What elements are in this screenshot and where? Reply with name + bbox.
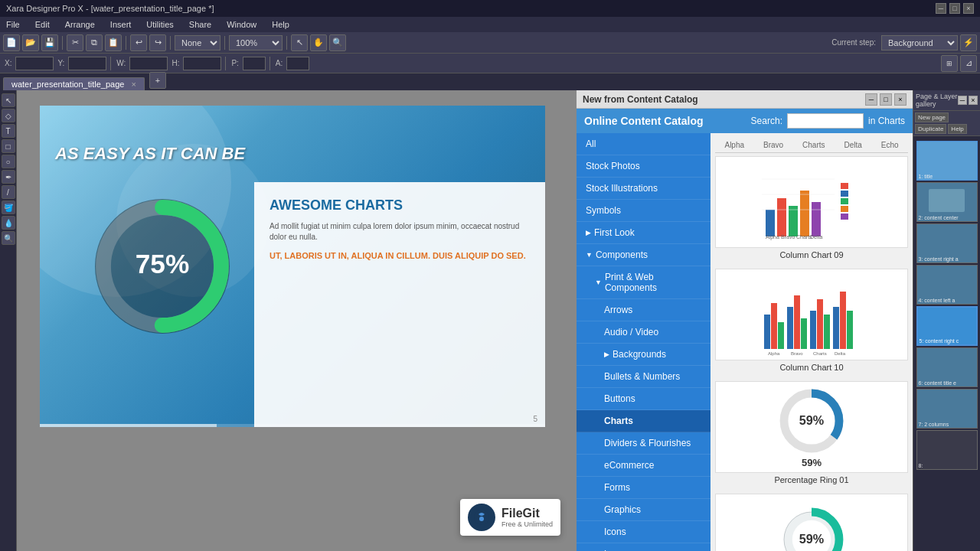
cat-components[interactable]: ▼ Components [577,244,710,266]
page-thumb-7[interactable]: 7: 2 columns [916,389,978,429]
menu-help[interactable]: Help [269,20,292,29]
select-tool[interactable]: ↖ [2,93,15,107]
sep5 [286,36,287,50]
menu-window[interactable]: Window [224,20,260,29]
restore-btn[interactable]: □ [949,3,960,14]
w-input[interactable] [129,57,168,70]
in-charts-label: in Charts [868,116,905,126]
page-thumb-1[interactable]: 1: title [916,141,978,181]
minimize-btn[interactable]: ─ [936,3,946,14]
content-item-pct-ring-02: 59% Percentage Ring 02 [715,494,908,551]
pct-ring-02-thumb[interactable]: 59% [715,494,908,551]
close-tab-btn[interactable]: × [131,80,136,89]
cat-forms[interactable]: Forms [577,477,710,499]
cat-graphics[interactable]: Graphics [577,499,710,521]
cat-charts[interactable]: Charts [577,410,710,432]
zoom-in-btn[interactable]: 🔍 [329,34,346,51]
menu-utilities[interactable]: Utilities [143,20,176,29]
catalog-minimize-btn[interactable]: ─ [865,93,877,106]
search-input[interactable] [787,113,864,129]
eyedrop-tool[interactable]: 💧 [2,216,15,230]
menu-share[interactable]: Share [186,20,214,29]
page-thumb-4[interactable]: 4: content left a [916,265,978,305]
align-btn[interactable]: ⊞ [941,55,958,72]
gallery-close-btn[interactable]: × [969,96,978,105]
y-input[interactable] [68,57,106,70]
cat-all[interactable]: All [577,133,710,155]
pct-ring-01-thumb[interactable]: 59% 59% [715,381,908,473]
paste-btn[interactable]: 📋 [105,34,122,51]
cat-backgrounds[interactable]: ▶ Backgrounds [577,344,710,366]
cat-audio-video[interactable]: Audio / Video [577,321,710,344]
cat-dividers[interactable]: Dividers & Flourishes [577,432,710,455]
p-input[interactable] [243,57,266,70]
add-tab-btn[interactable]: + [149,72,166,89]
cat-stock-illustrations[interactable]: Stock Illustrations [577,178,710,200]
sep7 [225,57,226,70]
cat-print-web[interactable]: ▼ Print & Web Components [577,266,710,299]
page-thumb-8[interactable]: 8: [916,430,978,470]
category-list: All Stock Photos Stock Illustrations Sym… [577,133,710,551]
menu-file[interactable]: File [3,20,23,29]
cat-arrows[interactable]: Arrows [577,299,710,321]
title-bar-controls[interactable]: ─ □ × [936,3,974,14]
menu-edit[interactable]: Edit [32,20,53,29]
cat-icons[interactable]: Icons [577,521,710,543]
svg-rect-25 [778,322,784,349]
cat-first-look[interactable]: ▶ First Look [577,222,710,244]
redo-btn[interactable]: ↪ [149,34,166,51]
h-input[interactable] [183,57,221,70]
svg-rect-31 [824,315,830,349]
close-btn[interactable]: × [963,3,974,14]
svg-rect-23 [764,315,770,349]
page-thumb-3[interactable]: 3: content right a [916,223,978,263]
ellipse-tool[interactable]: ○ [2,155,15,168]
catalog-window-buttons: ─ □ × [865,93,906,106]
current-step-dropdown[interactable]: Background [881,35,958,51]
line-tool[interactable]: / [2,185,15,199]
rect-tool[interactable]: □ [2,139,15,153]
cut-btn[interactable]: ✂ [67,34,83,51]
catalog-close-btn[interactable]: × [894,93,906,106]
pan-btn[interactable]: ✋ [310,34,327,51]
transform-btn[interactable]: ⊿ [960,55,977,72]
fill-tool[interactable]: 🪣 [2,201,15,214]
save-btn[interactable]: 💾 [41,34,58,51]
cat-ecommerce[interactable]: eCommerce [577,455,710,477]
gallery-minimize-btn[interactable]: ─ [958,96,967,105]
menu-insert[interactable]: Insert [107,20,135,29]
cat-symbols[interactable]: Symbols [577,200,710,222]
new-btn[interactable]: 📄 [3,34,20,51]
undo-btn[interactable]: ↩ [130,34,147,51]
col-chart-10-thumb[interactable]: Alpha Bravo Charts Delta [715,269,908,360]
zoom-tool[interactable]: 🔍 [2,231,15,245]
help-btn[interactable]: Help [948,124,966,134]
step-apply-btn[interactable]: ⚡ [960,34,977,51]
pointer-btn[interactable]: ↖ [291,34,308,51]
menu-arrange[interactable]: Arrange [62,20,98,29]
canvas-area[interactable]: AS EASY AS IT CAN BE 75% [17,90,576,551]
pen-tool[interactable]: ✒ [2,170,15,184]
a-input[interactable] [286,57,309,70]
catalog-maximize-btn[interactable]: □ [880,93,892,106]
svg-rect-7 [777,198,786,236]
svg-text:Charts: Charts [813,351,827,356]
col-chart-09-thumb[interactable]: Alpha Bravo Charts Delta [715,156,908,248]
page-thumb-5-active[interactable]: 5: content right c [916,306,978,346]
page-thumb-6[interactable]: 6: content title e [916,347,978,387]
copy-btn[interactable]: ⧉ [86,34,103,51]
cat-logos[interactable]: Logos [577,543,710,551]
cat-stock-photos[interactable]: Stock Photos [577,155,710,178]
zoom-pct-dropdown[interactable]: 100% [229,35,283,51]
page-thumb-2[interactable]: 2: content center [916,182,978,222]
x-input[interactable] [15,57,54,70]
doc-tab-active[interactable]: water_presentation_title_page × [3,77,145,90]
new-page-btn[interactable]: New page [915,112,949,122]
node-tool[interactable]: ◇ [2,109,15,122]
cat-bullets[interactable]: Bullets & Numbers [577,366,710,388]
open-btn[interactable]: 📂 [22,34,39,51]
cat-buttons[interactable]: Buttons [577,388,710,410]
text-tool[interactable]: T [2,124,15,138]
duplicate-page-btn[interactable]: Duplicate [915,124,946,134]
zoom-dropdown[interactable]: None [175,35,220,51]
